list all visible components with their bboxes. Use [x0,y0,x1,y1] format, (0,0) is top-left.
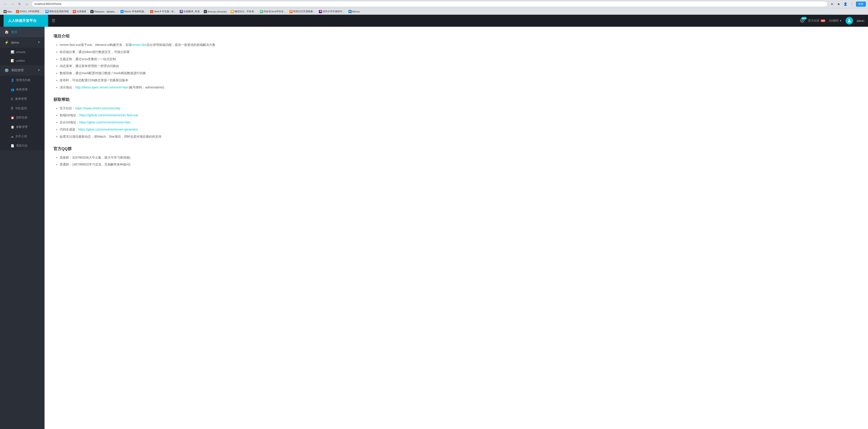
bookmark-label-sg: 尚硅谷Java学科全... [264,10,285,13]
bookmark-item-hualuo[interactable]: 槐 槐花论坛 - 开发者... [229,9,258,13]
user-button[interactable]: 👤 [843,1,848,7]
bookmark-item-zhou[interactable]: Z ZHOU_VIP的博客... [14,9,43,13]
git-source-link[interactable]: Git源码 ▼ [829,19,842,23]
sidebar-item-system_log[interactable]: 📄系统日志 [0,141,44,150]
bookmark-item-mac[interactable]: M Mac [2,9,14,13]
home-button[interactable]: ⌂ [24,1,30,7]
sidebar-submenu-system: 👤管理员列表👥角色管理☰菜单管理🗄SQL监控⏰定时任务📋参数管理☁文件上传📄系统… [0,75,44,150]
address-bar[interactable]: localhost:8002/#/home [32,1,828,7]
back-button[interactable]: ← [2,1,8,7]
chevron-up-icon: ▲ [38,41,40,44]
sidebar-label-system_log: 系统日志 [16,144,28,148]
bookmark-favicon-hualuo: 槐 [231,10,234,13]
link-section2_title-0[interactable]: https://www.renren.io/community [75,106,120,110]
sidebar-label-menu_mgmt: 菜单管理 [15,97,27,101]
demo-icon: ⚡ [4,40,9,44]
bookmark-label-zhouvip: zhouvip (zhouvip) [208,10,227,13]
list-item: 高级群：324780204(大牛云集，跟大牛学习新技能) [60,155,859,160]
sidebar-item-file_upload[interactable]: ☁文件上传 [0,132,44,141]
bookmark-favicon-mac: M [4,10,7,13]
official-site-label: 官方社区 [808,19,820,23]
link-section2_title-1[interactable]: https://github.com/renrenio/renren-fast-… [79,113,138,117]
bookmark-favicon-wt: 维 [45,10,49,13]
hamburger-button[interactable]: ☰ [50,17,57,25]
chart-icon: 📊 [11,50,14,54]
sidebar-label-ueditor: ueditor [16,59,25,62]
url-text: localhost:8002/#/home [34,2,61,6]
sidebar-item-param_mgmt[interactable]: 📋参数管理 [0,122,44,132]
list-item: 普通群：145799952(学习交流，互相解答各种疑问) [60,162,859,167]
list-item: 发布时，可动态配置CDN静态资源 / 切换新旧版本 [60,78,859,83]
link-section2_title-2[interactable]: https://gitee.com/renrenio/renren-fast [79,121,130,124]
bookmark-favicon-nacos: N [121,10,124,13]
list-item: 代码生成器：https://gitee.com/renrenio/renren-… [60,127,859,132]
bookmark-item-yd[interactable]: 有 在线翻译_有道 [178,9,201,13]
sidebar-item-menu_mgmt[interactable]: ☰菜单管理 [0,94,44,103]
update-button[interactable]: 更新 [856,2,866,7]
link-section2_title-3[interactable]: https://gitee.com/renrenio/renren-genera… [79,128,138,131]
sidebar-item-sql_monitor[interactable]: 🗄SQL监控 [0,103,44,113]
bookmark-item-java8[interactable]: J Java 8 中文版 - 在... [148,9,178,13]
avatar [845,17,853,25]
role_mgmt-icon: 👥 [11,88,14,91]
top-navbar: 人人快速开发平台 ☰ new 官方社区 hot Git源码 ▼ [0,15,868,27]
bookmark-item-gh_releases[interactable]: G Releases · alibaba... [89,9,118,13]
forward-button[interactable]: → [9,1,16,7]
bookmark-item-mirror[interactable]: M Mirrors [347,9,362,13]
hot-badge: hot [820,20,826,22]
settings-icon-wrap[interactable]: new [800,18,805,23]
file_upload-icon: ☁ [11,135,13,138]
content-section-section2_title: 获取帮助官方社区：https://www.renren.io/community… [54,97,859,140]
list-item: 演示地址：http://demo.open.renren.io/renren-f… [60,85,859,90]
bookmark-item-ck[interactable]: 仓 仓库服务 [71,9,88,13]
more-button[interactable]: ⋮ [849,1,855,7]
sidebar-item-role_mgmt[interactable]: 👥角色管理 [0,85,44,94]
link-section1_title-0[interactable]: renren-fast [132,43,147,47]
bookmark-favicon-java8: J [150,10,153,13]
sidebar-item-ueditor[interactable]: 📝ueditor [0,56,44,65]
link-section1_title-6[interactable]: http://demo.open.renren.io/renren-fast [75,86,128,89]
list-item: 官方社区：https://www.renren.io/community [60,106,859,111]
reload-button[interactable]: ↻ [17,1,23,7]
browser-toolbar: ← → ↻ ⌂ localhost:8002/#/home ★ ■ 👤 ⋮ 更新 [0,0,868,8]
bookmark-item-nacos[interactable]: N Nacos 本地单机版... [119,9,148,13]
navbar-right: new 官方社区 hot Git源码 ▼ admin [800,17,864,25]
sidebar-label-home: 首页 [11,30,18,34]
bookmark-item-tsinghua[interactable]: 清 清华大学开源软件... [317,9,346,13]
sidebar-item-system[interactable]: ⚙️ 系统管理 ▲ [0,65,44,75]
bookmark-favicon-ck: 仓 [73,10,76,13]
star-button[interactable]: ★ [829,1,835,7]
bookmark-item-zhouvip[interactable]: G zhouvip (zhouvip) [202,9,228,13]
git-source-label: Git源码 [829,19,839,23]
brand-logo: 人人快速开发平台 [4,15,48,27]
content-area: 项目介绍renren-fast-vue基于vue、element-ui构建开发，… [44,27,868,429]
list-item: 如需关注项目最新动态，请Watch、Star项目，同时也是对项目最好的支持 [60,134,859,140]
sidebar-item-echarts[interactable]: 📊echarts [0,48,44,56]
sidebar-label-scheduled_task: 定时任务 [16,116,28,120]
main-layout: 🏠 首页 ⚡ demo ▲ 📊echarts📝ueditor ⚙️ 系统管理 ▲… [0,27,868,429]
sidebar-label-sql_monitor: SQL监控 [16,106,27,110]
bookmark-label-tsinghua: 清华大学开源软件... [323,10,344,13]
extension-button[interactable]: ■ [836,1,841,7]
list-item: renren-fast-vue基于vue、element-ui构建开发，实现re… [60,42,859,48]
system_log-icon: 📄 [11,144,14,148]
system-icon: ⚙️ [4,68,9,72]
bookmark-label-mirror: Mirrors [352,10,360,13]
sidebar-item-scheduled_task[interactable]: ⏰定时任务 [0,113,44,122]
bookmark-favicon-mirror: M [348,10,351,13]
sidebar-item-home[interactable]: 🏠 首页 [0,27,44,37]
chevron-down-icon: ▼ [839,20,842,22]
bookmark-label-zhou: ZHOU_VIP的博客... [20,10,41,13]
admin_list-icon: 👤 [11,79,14,82]
bookmark-item-sg[interactable]: 尚 尚硅谷Java学科全... [258,9,287,13]
section-title-section2_title: 获取帮助 [54,97,859,102]
bookmark-favicon-alibaba: 阿 [289,10,292,13]
official-site-link[interactable]: 官方社区 hot [808,19,826,23]
section-title-section3_title: 官方QQ群 [54,146,859,151]
bookmark-item-wt[interactable]: 维 维拓信息系统导航 [44,9,70,13]
sidebar-item-admin_list[interactable]: 👤管理员列表 [0,75,44,85]
sidebar-item-demo[interactable]: ⚡ demo ▲ [0,37,44,48]
bookmark-item-alibaba[interactable]: 阿 阿里巴巴开源镜像... [288,9,317,13]
app-container: 人人快速开发平台 ☰ new 官方社区 hot Git源码 ▼ [0,15,868,429]
bookmark-label-nacos: Nacos 本地单机版... [124,10,146,13]
